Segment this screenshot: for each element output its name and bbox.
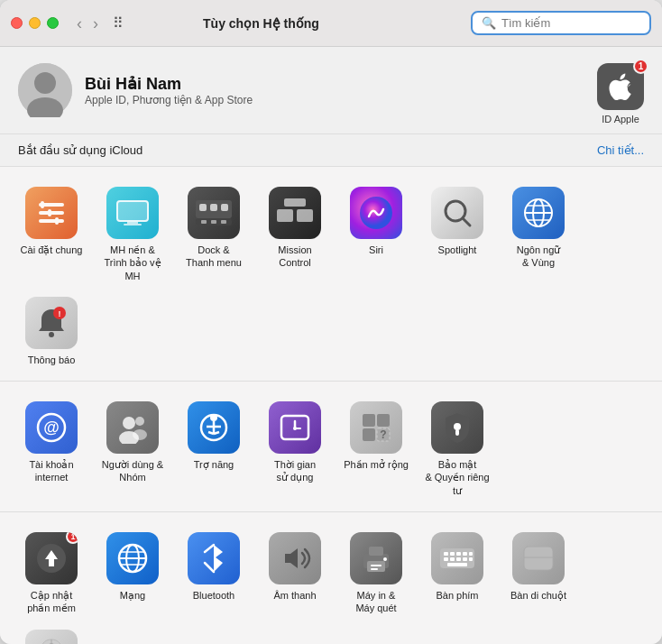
svg-point-32 <box>49 332 54 337</box>
section-2: @ Tài khoảninternet N <box>0 382 662 512</box>
spotlight-icon <box>431 187 483 239</box>
svg-rect-80 <box>469 557 473 561</box>
minimize-button[interactable] <box>29 17 41 29</box>
svg-rect-21 <box>277 209 293 222</box>
svg-rect-68 <box>371 568 378 570</box>
svg-rect-16 <box>210 204 217 211</box>
svg-text:?: ? <box>380 428 386 441</box>
software-label: Cập nhậtphần mềm <box>27 589 76 615</box>
network-icon <box>106 532 159 584</box>
svg-rect-78 <box>456 557 461 561</box>
apple-id-button[interactable]: 1 ID Apple <box>597 63 644 124</box>
accessibility-icon <box>188 401 240 454</box>
language-icon <box>512 187 565 239</box>
section-3: 1 Cập nhậtphần mềm <box>0 512 662 644</box>
svg-text:!: ! <box>59 309 61 318</box>
search-input[interactable] <box>501 16 637 30</box>
printers-label: Máy in &Máy quét <box>355 589 396 615</box>
pref-trackpad[interactable]: Bàn di chuột <box>498 525 579 622</box>
pref-printers[interactable]: Máy in &Máy quét <box>336 525 417 622</box>
svg-rect-53 <box>363 428 375 441</box>
svg-rect-18 <box>201 220 207 224</box>
software-badge-dot: 1 <box>66 532 78 544</box>
keyboard-label: Bàn phím <box>436 589 478 602</box>
profile-name: Bùi Hải Nam <box>85 74 253 94</box>
svg-rect-77 <box>450 557 455 561</box>
accessibility-label: Trợ năng <box>194 458 234 471</box>
pref-screentime[interactable]: Thời giansử dụng <box>254 394 336 504</box>
pref-sound[interactable]: Âm thanh <box>254 525 336 622</box>
pref-mission[interactable]: MissionControl <box>254 179 336 290</box>
pref-extensions[interactable]: ? Phần mở rộng <box>336 394 417 504</box>
svg-point-56 <box>454 423 461 430</box>
siri-label: Siri <box>369 244 383 256</box>
dock-icon <box>188 187 240 239</box>
svg-rect-23 <box>284 198 306 207</box>
pref-network[interactable]: Mạng <box>92 525 173 622</box>
traffic-lights <box>11 17 59 29</box>
svg-rect-71 <box>444 552 448 556</box>
users-label: Người dùng &Nhóm <box>102 458 163 484</box>
svg-rect-57 <box>455 429 459 436</box>
pref-mouse[interactable]: Chuột <box>11 622 92 644</box>
window-title: Tùy chọn Hệ thống <box>59 16 464 31</box>
printers-icon <box>350 532 402 584</box>
pref-software[interactable]: 1 Cập nhậtphần mềm <box>11 525 92 622</box>
svg-rect-20 <box>221 220 226 224</box>
svg-point-1 <box>34 72 56 94</box>
search-icon: 🔍 <box>482 16 496 30</box>
svg-rect-82 <box>524 547 553 570</box>
language-label: Ngôn ngữ& Vùng <box>517 244 561 270</box>
icloud-link[interactable]: Chi tiết... <box>597 143 644 157</box>
network-label: Mạng <box>120 589 145 602</box>
svg-rect-5 <box>39 219 64 223</box>
svg-rect-73 <box>456 552 461 556</box>
pref-spotlight[interactable]: Spotlight <box>417 179 498 290</box>
pref-internet[interactable]: @ Tài khoảninternet <box>11 394 92 504</box>
security-icon <box>431 401 483 454</box>
svg-rect-74 <box>463 552 467 556</box>
general-label: Cài đặt chung <box>21 244 83 256</box>
svg-rect-6 <box>41 201 44 208</box>
pref-desktop[interactable]: MH nền &Trình bảo vệ MH <box>92 179 173 290</box>
mission-label: MissionControl <box>278 244 311 270</box>
icloud-banner: Bắt đầu sử dụng iCloud Chi tiết... <box>0 133 662 167</box>
desktop-icon <box>106 187 159 239</box>
pref-dock[interactable]: Dock &Thanh menu <box>173 179 254 290</box>
profile-info: Bùi Hải Nam Apple ID, Phương tiện & App … <box>85 74 253 106</box>
pref-siri[interactable]: Siri <box>336 179 417 290</box>
svg-rect-19 <box>211 220 216 224</box>
close-button[interactable] <box>11 17 23 29</box>
pref-general[interactable]: Cài đặt chung <box>11 179 92 290</box>
svg-rect-66 <box>369 547 383 556</box>
maximize-button[interactable] <box>47 17 59 29</box>
security-label: Bảo mật& Quyền riêng tư <box>420 458 494 497</box>
dock-label: Dock &Thanh menu <box>186 244 242 270</box>
sound-icon <box>269 532 321 584</box>
pref-users[interactable]: Người dùng &Nhóm <box>92 394 173 504</box>
icloud-text: Bắt đầu sử dụng iCloud <box>18 143 143 157</box>
icon-grid-2: @ Tài khoảninternet N <box>11 394 651 504</box>
pref-language[interactable]: Ngôn ngữ& Vùng <box>498 179 579 290</box>
apple-id-label: ID Apple <box>602 114 639 124</box>
pref-accessibility[interactable]: Trợ năng <box>173 394 254 504</box>
svg-rect-12 <box>124 224 142 225</box>
svg-rect-8 <box>55 217 59 225</box>
pref-security[interactable]: Bảo mật& Quyền riêng tư <box>417 394 498 504</box>
section-1: Cài đặt chung MH nền &Trình bảo vệ MH <box>0 167 662 382</box>
system-preferences-window: ‹ › ⠿ Tùy chọn Hệ thống 🔍 Bùi Hải Nam Ap… <box>0 0 662 644</box>
pref-bluetooth[interactable]: Bluetooth <box>173 525 254 622</box>
svg-rect-75 <box>469 552 473 556</box>
icon-grid-1: Cài đặt chung MH nền &Trình bảo vệ MH <box>11 179 651 373</box>
svg-rect-9 <box>117 201 148 221</box>
profile-subtitle: Apple ID, Phương tiện & App Store <box>85 94 253 106</box>
pref-notification[interactable]: ! Thông báo <box>11 290 92 373</box>
svg-point-40 <box>133 429 147 440</box>
extensions-label: Phần mở rộng <box>344 458 409 471</box>
svg-rect-17 <box>221 204 228 211</box>
pref-keyboard[interactable]: Bàn phím <box>417 525 498 622</box>
svg-rect-52 <box>377 414 390 427</box>
trackpad-label: Bàn di chuột <box>510 589 566 602</box>
keyboard-icon <box>431 532 483 584</box>
svg-rect-51 <box>363 414 375 427</box>
